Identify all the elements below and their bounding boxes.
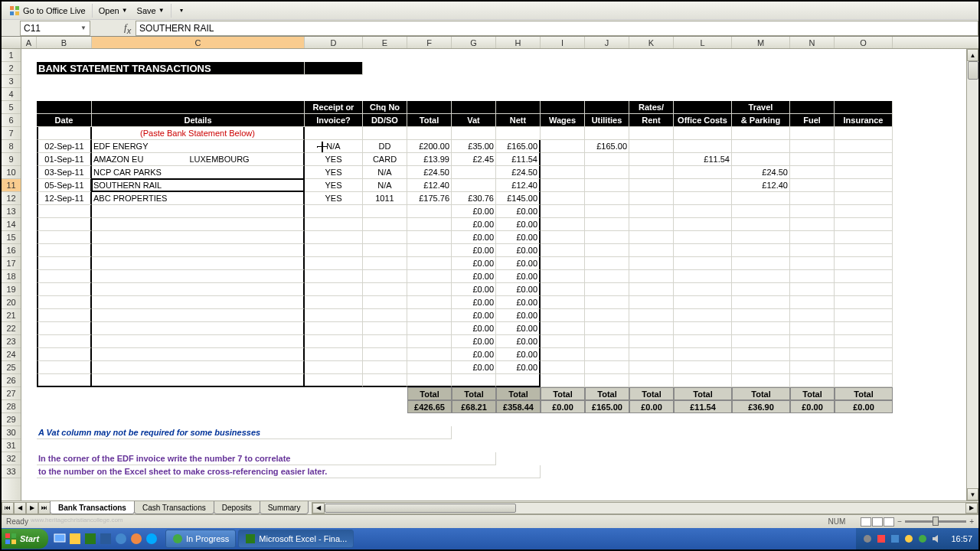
cell[interactable] <box>674 231 732 244</box>
cell[interactable] <box>674 283 732 296</box>
cell[interactable] <box>92 348 305 361</box>
cell-zero[interactable]: £0.00 <box>496 231 541 244</box>
cell-zero[interactable]: £0.00 <box>496 283 541 296</box>
header-cell[interactable] <box>835 101 893 114</box>
total-label[interactable]: Total <box>496 387 541 400</box>
cell[interactable] <box>732 322 790 335</box>
col-header-O[interactable]: O <box>835 37 893 48</box>
view-icons[interactable] <box>861 517 894 527</box>
row-header-24[interactable]: 24 <box>2 348 21 361</box>
desktop-icon[interactable] <box>53 532 67 546</box>
cell-chq[interactable]: DD <box>363 140 407 153</box>
sheet-tab[interactable]: Summary <box>260 501 309 514</box>
header-date[interactable]: Date <box>37 114 92 127</box>
cell-zero[interactable]: £0.00 <box>496 218 541 231</box>
cell-nett[interactable]: £145.00 <box>496 192 541 205</box>
sheet-tab[interactable]: Bank Transactions <box>50 501 135 514</box>
cell-date[interactable]: 03-Sep-11 <box>37 166 92 179</box>
total-label[interactable]: Total <box>452 387 496 400</box>
cell[interactable] <box>305 257 363 270</box>
cell-nett[interactable]: £24.50 <box>496 166 541 179</box>
cell[interactable] <box>674 374 732 387</box>
paste-hint[interactable]: (Paste Bank Statement Below) <box>92 127 305 140</box>
cell[interactable] <box>92 322 305 335</box>
cell[interactable] <box>305 218 363 231</box>
total-label[interactable]: Total <box>790 387 835 400</box>
cell[interactable] <box>835 153 893 166</box>
cell[interactable] <box>732 270 790 283</box>
cell[interactable] <box>790 361 835 374</box>
col-header-M[interactable]: M <box>732 37 790 48</box>
cell[interactable] <box>305 244 363 257</box>
cell-utilities[interactable] <box>585 166 629 179</box>
tray-icon[interactable] <box>903 533 914 544</box>
cell-chq[interactable]: N/A <box>363 179 407 192</box>
cell-receipt[interactable]: YES <box>305 179 363 192</box>
col-header-L[interactable]: L <box>674 37 732 48</box>
cell[interactable] <box>452 127 496 140</box>
cell[interactable] <box>674 361 732 374</box>
horizontal-scrollbar[interactable]: ◀ ▶ <box>312 502 978 514</box>
cell-receipt[interactable]: YES <box>305 192 363 205</box>
cell[interactable] <box>37 283 92 296</box>
cell[interactable] <box>674 348 732 361</box>
row-header-7[interactable]: 7 <box>2 127 21 140</box>
cell-nett[interactable]: £165.00 <box>496 140 541 153</box>
cell-office[interactable] <box>674 192 732 205</box>
cell[interactable] <box>674 205 732 218</box>
header-cell[interactable] <box>541 101 585 114</box>
task-inprogress[interactable]: In Progress <box>165 530 236 548</box>
cell[interactable] <box>790 153 835 166</box>
cell[interactable] <box>629 153 674 166</box>
cell[interactable] <box>674 322 732 335</box>
cell[interactable] <box>585 218 629 231</box>
cell[interactable] <box>732 361 790 374</box>
cell[interactable] <box>674 257 732 270</box>
cell[interactable] <box>732 335 790 348</box>
cell[interactable] <box>37 335 92 348</box>
total-value[interactable]: £11.54 <box>674 400 732 413</box>
cell[interactable] <box>92 296 305 309</box>
cell[interactable] <box>37 257 92 270</box>
cell[interactable] <box>37 361 92 374</box>
cell[interactable] <box>835 231 893 244</box>
cell[interactable] <box>305 348 363 361</box>
cell[interactable] <box>835 192 893 205</box>
cell[interactable] <box>541 231 585 244</box>
cell[interactable] <box>674 244 732 257</box>
select-all-corner[interactable] <box>2 37 21 48</box>
cell[interactable] <box>585 335 629 348</box>
cell-total[interactable]: £200.00 <box>407 140 452 153</box>
scroll-up-button[interactable]: ▲ <box>967 49 978 61</box>
row-header-10[interactable]: 10 <box>2 166 21 179</box>
row-header-4[interactable]: 4 <box>2 88 21 101</box>
cell[interactable] <box>363 361 407 374</box>
total-value[interactable]: £0.00 <box>790 400 835 413</box>
cell-receipt[interactable]: YES <box>305 153 363 166</box>
cell[interactable] <box>541 127 585 140</box>
row-header-23[interactable]: 23 <box>2 335 21 348</box>
total-label[interactable]: Total <box>835 387 893 400</box>
cell[interactable] <box>585 231 629 244</box>
title-cell[interactable] <box>305 62 363 75</box>
cell[interactable] <box>407 205 452 218</box>
cell[interactable] <box>585 348 629 361</box>
cell-vat[interactable] <box>452 179 496 192</box>
cell[interactable] <box>92 218 305 231</box>
cell-zero[interactable]: £0.00 <box>452 283 496 296</box>
row-header-15[interactable]: 15 <box>2 231 21 244</box>
header-details[interactable]: Details <box>92 114 305 127</box>
cell-total[interactable]: £175.76 <box>407 192 452 205</box>
zoom-in-button[interactable]: + <box>969 517 974 526</box>
cell[interactable] <box>363 322 407 335</box>
note-corr[interactable]: In the corner of the EDF invoice write t… <box>37 452 496 465</box>
cell[interactable] <box>363 270 407 283</box>
total-value[interactable]: £0.00 <box>629 400 674 413</box>
col-header-E[interactable]: E <box>363 37 407 48</box>
cell[interactable] <box>92 335 305 348</box>
cell[interactable] <box>37 231 92 244</box>
cell[interactable] <box>629 192 674 205</box>
cell-nett[interactable]: £12.40 <box>496 179 541 192</box>
cell[interactable] <box>629 348 674 361</box>
cell-zero[interactable]: £0.00 <box>452 361 496 374</box>
